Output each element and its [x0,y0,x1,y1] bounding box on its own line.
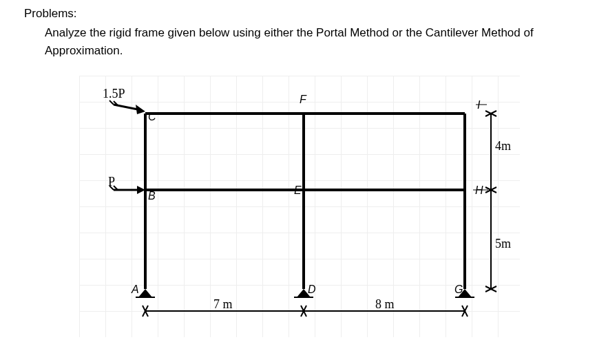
node-F: F [300,94,307,105]
load-label-top: 1.5P [103,87,125,100]
svg-marker-7 [136,105,145,114]
load-label-mid: P [108,175,115,189]
node-B: B [148,190,156,202]
node-D: D [308,283,316,295]
load-top [109,100,145,114]
dim-span1: 7 m [213,297,233,311]
problems-heading: Problems: [24,7,77,21]
dim-h-top: 4m [495,139,511,153]
diagram-canvas: 1.5P P A B C D E F G H I 7 m 8 m [79,76,520,337]
dim-horizontal [143,306,468,317]
dim-vertical [485,111,496,292]
dim-span2: 8 m [375,297,395,311]
dim-h-bot: 5m [495,237,511,250]
frame-svg: 1.5P P A B C D E F G H I 7 m 8 m [79,76,520,337]
svg-line-8 [109,100,114,105]
svg-marker-0 [138,289,152,297]
node-G: G [454,283,463,295]
problem-statement: Analyze the rigid frame given below usin… [45,24,576,59]
node-A: A [131,283,139,295]
node-C: C [148,111,156,122]
